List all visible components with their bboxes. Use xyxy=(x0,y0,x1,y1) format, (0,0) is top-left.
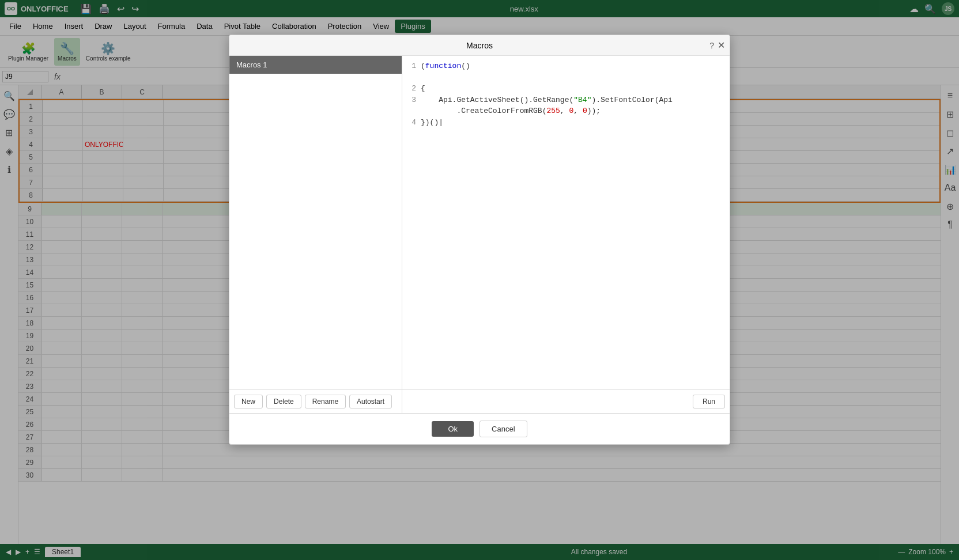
autostart-macro-button[interactable]: Autostart xyxy=(349,395,392,408)
code-line-2: 2 { xyxy=(407,83,725,94)
macros-dialog: Macros ? ✕ Macros 1 New Delete Rename Au… xyxy=(229,35,730,445)
macro-item-macros1[interactable]: Macros 1 xyxy=(229,56,402,74)
dialog-title: Macros xyxy=(466,41,493,50)
code-line-3: 3 Api.GetActiveSheet().GetRange("B4").Se… xyxy=(407,94,725,106)
macros-list-panel: Macros 1 New Delete Rename Autostart xyxy=(229,56,402,413)
run-button[interactable]: Run xyxy=(693,395,725,408)
delete-macro-button[interactable]: Delete xyxy=(266,395,301,408)
code-line-1: 1 (function() xyxy=(407,60,725,83)
dialog-close-button[interactable]: ✕ xyxy=(718,40,725,51)
modal-overlay: Macros ? ✕ Macros 1 New Delete Rename Au… xyxy=(0,0,959,560)
dialog-header: Macros ? ✕ xyxy=(229,35,730,56)
code-panel-footer: Run xyxy=(402,389,730,413)
new-macro-button[interactable]: New xyxy=(234,395,263,408)
macros-list-footer: New Delete Rename Autostart xyxy=(229,389,402,413)
code-editor[interactable]: 1 (function() 2 { 3 Api.GetActiveSheet()… xyxy=(402,56,730,389)
dialog-header-actions: ? ✕ xyxy=(709,40,725,51)
code-line-3b: .CreateColorFromRGB(255, 0, 0)); xyxy=(407,105,725,117)
dialog-body: Macros 1 New Delete Rename Autostart 1 (… xyxy=(229,56,730,413)
macros-list-empty-area xyxy=(229,223,402,390)
code-line-4: 4 })()| xyxy=(407,117,725,128)
code-panel: 1 (function() 2 { 3 Api.GetActiveSheet()… xyxy=(402,56,730,413)
macros-list: Macros 1 xyxy=(229,56,402,223)
ok-button[interactable]: Ok xyxy=(432,421,474,437)
dialog-help-button[interactable]: ? xyxy=(709,41,714,50)
dialog-footer: Ok Cancel xyxy=(229,413,730,444)
rename-macro-button[interactable]: Rename xyxy=(305,395,346,408)
cancel-button[interactable]: Cancel xyxy=(480,421,527,437)
